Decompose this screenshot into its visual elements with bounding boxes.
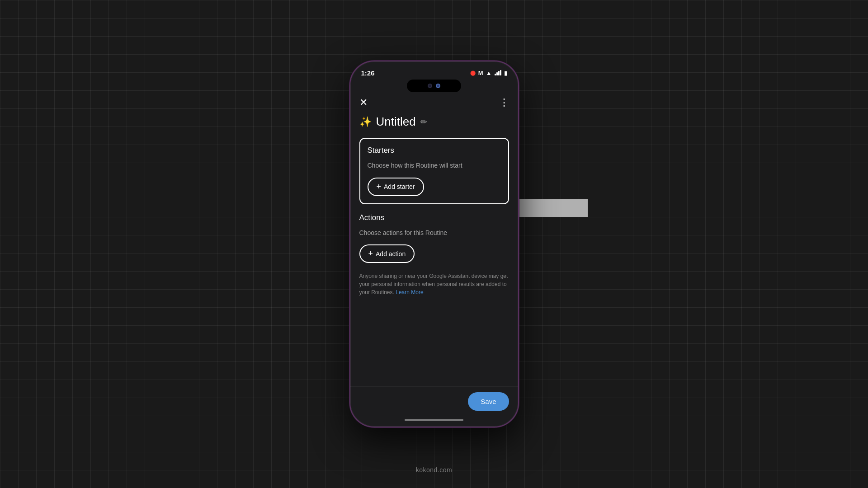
close-button[interactable]: ✕ [359, 98, 368, 108]
starters-card: Starters Choose how this Routine will st… [359, 138, 509, 204]
learn-more-link[interactable]: Learn More [396, 289, 423, 296]
app-content: ✨ Untitled ✏ Starters Choose how this Ro… [350, 111, 518, 386]
add-starter-label: Add starter [384, 183, 415, 190]
watermark: kokond.com [416, 466, 452, 474]
speaker-grille [428, 84, 432, 88]
starters-description: Choose how this Routine will start [368, 161, 501, 170]
status-bar: 1:26 ⬤ M ▲ ▮ [350, 61, 518, 81]
save-button[interactable]: Save [468, 392, 509, 411]
app-header: ✕ ⋮ [350, 94, 518, 111]
status-icons: ⬤ M ▲ ▮ [470, 70, 507, 76]
actions-section: Actions Choose actions for this Routine … [359, 213, 509, 263]
actions-description: Choose actions for this Routine [359, 229, 509, 238]
add-action-label: Add action [376, 250, 406, 258]
more-options-button[interactable]: ⋮ [499, 98, 509, 108]
starters-heading: Starters [368, 146, 501, 155]
home-bar [405, 419, 463, 421]
phone-screen: 1:26 ⬤ M ▲ ▮ [349, 61, 519, 427]
privacy-text: Anyone sharing or near your Google Assis… [359, 273, 508, 296]
routine-title: Untitled [376, 115, 416, 129]
add-starter-button[interactable]: + Add starter [368, 178, 424, 196]
routine-icon: ✨ [359, 116, 372, 128]
wifi-icon: ▲ [486, 70, 492, 76]
title-row: ✨ Untitled ✏ [359, 115, 509, 129]
phone-device: 1:26 ⬤ M ▲ ▮ [349, 61, 519, 427]
plus-icon-action: + [368, 249, 373, 258]
home-indicator [350, 415, 518, 427]
app-bottom: Save [350, 386, 518, 415]
camera-notch [350, 80, 518, 92]
front-camera [436, 84, 440, 88]
plus-icon: + [377, 182, 382, 192]
record-indicator-icon: ⬤ [470, 70, 476, 76]
status-time: 1:26 [361, 69, 375, 77]
add-action-button[interactable]: + Add action [359, 244, 415, 263]
camera-pill [407, 80, 461, 92]
battery-icon: ▮ [504, 70, 507, 76]
privacy-notice: Anyone sharing or near your Google Assis… [359, 272, 509, 296]
edit-title-button[interactable]: ✏ [420, 117, 427, 127]
mail-icon: M [478, 70, 483, 76]
actions-heading: Actions [359, 213, 509, 222]
signal-icon [495, 70, 501, 75]
